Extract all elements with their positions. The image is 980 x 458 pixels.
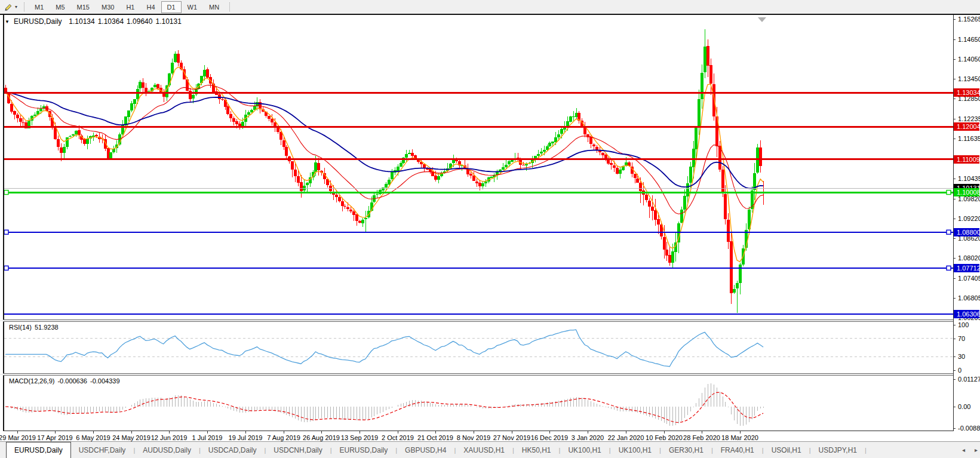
chart-tab-usdchf-daily[interactable]: USDCHF,Daily — [71, 442, 134, 458]
candle-body — [400, 163, 403, 167]
toolbar-separator — [24, 2, 24, 11]
candle-body — [133, 99, 136, 104]
timeframe-button-m1[interactable]: M1 — [29, 1, 50, 13]
line-handle — [947, 230, 951, 234]
candle-body — [317, 163, 320, 170]
timeframe-button-m30[interactable]: M30 — [96, 1, 120, 13]
axis-tick-mark — [953, 139, 956, 139]
tab-separator: | — [865, 442, 867, 458]
tab-scroll-right-icon[interactable]: ▸ — [975, 447, 978, 453]
date-tick-mark — [17, 431, 18, 434]
candle-body — [57, 139, 60, 147]
candle-body — [361, 220, 364, 224]
axis-tick-mark — [953, 238, 956, 239]
candle-body — [613, 165, 616, 168]
candle-body — [619, 170, 622, 174]
candle-body — [654, 210, 657, 219]
chart-tab-usoil-h1[interactable]: USOil,H1 — [764, 442, 809, 458]
candle-body — [250, 110, 253, 112]
rsi-tick-label: 30 — [954, 352, 980, 361]
rsi-value: 51.9238 — [35, 324, 59, 331]
ohlc-high: 1.10364 — [98, 17, 124, 26]
candle-body — [648, 201, 651, 207]
chart-tab-usdjpy-h1[interactable]: USDJPY,H1 — [811, 442, 865, 458]
candle-body — [153, 85, 156, 87]
chart-tab-usdcad-daily[interactable]: USDCAD,Daily — [201, 442, 265, 458]
tab-scroll-left-icon[interactable]: ◂ — [962, 447, 965, 453]
date-label: 18 Mar 2020 — [713, 434, 767, 441]
candle-body — [610, 163, 613, 164]
candle-body — [13, 111, 16, 115]
chart-tab-fra40-h1[interactable]: FRA40,H1 — [713, 442, 762, 458]
candle-body — [736, 283, 739, 289]
candle-body — [727, 220, 730, 242]
chart-tab-uk100-h1[interactable]: UK100,H1 — [611, 442, 659, 458]
triangle-down-icon: ▼ — [5, 19, 10, 24]
candle-body — [16, 115, 19, 118]
ohlc-low: 1.09640 — [127, 17, 152, 26]
macd-signal-value: -0.004339 — [90, 377, 120, 385]
macd-name: MACD(12,26,9) — [9, 377, 54, 385]
price-axis: 1.152651.146501.140501.134501.128501.122… — [954, 15, 980, 442]
axis-tick-mark — [953, 79, 956, 79]
chart-tab-hk50-h1[interactable]: HK50,H1 — [514, 442, 559, 458]
rsi-panel[interactable]: RSI(14)51.9238 — [4, 322, 953, 373]
price-tick-label: 1.08020 — [954, 254, 980, 262]
chart-shift-marker-icon[interactable] — [758, 17, 766, 22]
macd-histogram — [6, 383, 764, 426]
tab-scroll-arrows: ◂ ▸ — [962, 442, 978, 458]
caret-down-icon: ▾ — [15, 4, 17, 10]
chart-tab-gbpusd-h4[interactable]: GBPUSD,H4 — [397, 442, 454, 458]
toolbar-separator — [229, 2, 230, 11]
candle-body — [177, 54, 180, 63]
ohlc-close: 1.10131 — [155, 17, 181, 26]
chart-tab-eurusd-daily[interactable]: EURUSD,Daily — [332, 442, 396, 458]
timeframe-toolbar: M1M5M15M30H1H4D1W1MN — [29, 1, 225, 13]
candle-body — [657, 219, 660, 225]
chart-tab-eurusd-daily[interactable]: EURUSD,Daily — [6, 442, 71, 458]
timeframe-button-m15[interactable]: M15 — [71, 1, 96, 13]
candle-body — [206, 69, 209, 78]
timeframe-button-d1[interactable]: D1 — [161, 1, 182, 13]
candle-body — [434, 176, 437, 180]
candle-body — [733, 289, 736, 293]
chart-tab-uk100-h1[interactable]: UK100,H1 — [560, 442, 609, 458]
chart-tab-usdcnh-daily[interactable]: USDCNH,Daily — [266, 442, 330, 458]
candle-body — [692, 149, 695, 167]
chart-tab-ger30-h1[interactable]: GER30,H1 — [661, 442, 711, 458]
main-chart-plot[interactable] — [4, 16, 953, 319]
candle-body — [226, 106, 229, 114]
candle-body — [218, 94, 221, 99]
candle-body — [554, 137, 557, 142]
candle-body — [698, 99, 701, 127]
axis-tick-mark — [953, 39, 956, 40]
axis-tick-mark — [953, 325, 956, 325]
chart-tab-xauusd-h1[interactable]: XAUUSD,H1 — [456, 442, 512, 458]
candle-body — [525, 164, 528, 166]
candle-body — [10, 104, 13, 112]
timeframe-button-h1[interactable]: H1 — [120, 1, 140, 13]
date-tick-mark — [740, 431, 741, 434]
timeframe-button-h4[interactable]: H4 — [140, 1, 161, 13]
axis-tick-text: 1.11635 — [958, 134, 980, 143]
date-tick-mark — [474, 431, 474, 434]
chart-symbol: EURUSD,Daily — [14, 17, 62, 26]
axis-tick-mark — [953, 370, 956, 371]
candle-body — [130, 103, 133, 110]
candle-body — [285, 147, 288, 155]
timeframe-button-mn[interactable]: MN — [203, 1, 225, 13]
candle-body — [335, 195, 338, 197]
date-tick-mark — [169, 431, 170, 434]
timeframe-button-w1[interactable]: W1 — [182, 1, 204, 13]
chart-tab-audusd-daily[interactable]: AUDUSD,Daily — [135, 442, 199, 458]
rsi-name: RSI(14) — [9, 324, 32, 331]
macd-panel[interactable]: MACD(12,26,9)-0.000636-0.004339 — [4, 376, 953, 431]
candle-body — [92, 136, 95, 137]
price-tick-label: 1.10435 — [954, 174, 980, 183]
timeframe-button-m5[interactable]: M5 — [50, 1, 70, 13]
drawing-tool-button[interactable]: ▾ — [0, 1, 20, 13]
candle-body — [136, 89, 139, 99]
candle-body — [355, 214, 358, 221]
macd-tick-label: 0.00 — [954, 402, 980, 411]
candle-body — [490, 177, 493, 177]
